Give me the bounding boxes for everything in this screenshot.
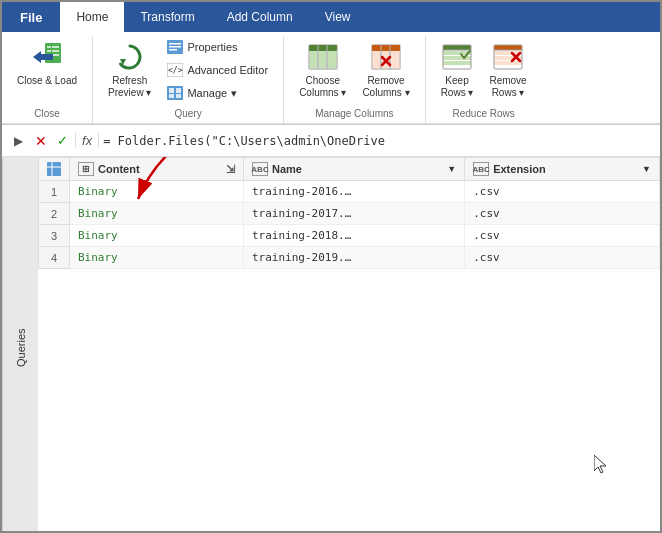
row-number: 2	[39, 203, 70, 225]
svg-rect-45	[494, 61, 522, 65]
content-expand-btn[interactable]: ⇲	[226, 163, 235, 176]
name-cell: training-2019.…	[244, 247, 465, 269]
data-table: ⊞ Content ⇲ ABC Name ▼	[38, 157, 660, 269]
refresh-icon	[114, 41, 146, 73]
name-type-icon: ABC	[252, 162, 268, 176]
reduce-rows-buttons: KeepRows ▾	[434, 36, 534, 104]
row-number: 4	[39, 247, 70, 269]
remove-columns-icon	[370, 41, 402, 73]
manage-label: Manage	[187, 87, 227, 99]
name-filter-btn[interactable]: ▼	[447, 164, 456, 174]
svg-rect-38	[443, 56, 471, 60]
query-group-buttons: RefreshPreview ▾ Properti	[101, 36, 275, 104]
svg-rect-12	[169, 49, 177, 51]
properties-button[interactable]: Properties	[160, 36, 275, 58]
keep-rows-button[interactable]: KeepRows ▾	[434, 36, 481, 102]
name-col-name: Name	[272, 163, 302, 175]
keep-rows-icon	[441, 41, 473, 73]
manage-columns-buttons: ChooseColumns ▾	[292, 36, 417, 104]
close-group-label: Close	[10, 104, 84, 123]
remove-columns-label: RemoveColumns ▾	[362, 75, 409, 99]
name-cell: training-2018.…	[244, 225, 465, 247]
row-number: 3	[39, 225, 70, 247]
queries-sidebar[interactable]: Queries	[2, 157, 38, 533]
choose-columns-icon	[307, 41, 339, 73]
formula-bar-cancel-button[interactable]: ✕	[32, 133, 50, 149]
ribbon: File Home Transform Add Column View	[2, 2, 660, 125]
advanced-editor-icon: </>	[167, 62, 183, 78]
choose-columns-label: ChooseColumns ▾	[299, 75, 346, 99]
extension-filter-btn[interactable]: ▼	[642, 164, 651, 174]
tab-transform[interactable]: Transform	[124, 2, 210, 32]
extension-col-name: Extension	[493, 163, 546, 175]
tab-file[interactable]: File	[2, 2, 60, 32]
manage-button[interactable]: Manage ▾	[160, 82, 275, 104]
extension-cell: .csv	[465, 225, 660, 247]
svg-rect-16	[169, 88, 174, 93]
content-cell: Binary	[70, 247, 244, 269]
svg-rect-24	[309, 45, 337, 51]
manage-columns-group-label: Manage Columns	[292, 104, 417, 123]
main-area: Queries	[2, 157, 660, 533]
manage-icon	[167, 85, 183, 101]
query-group-label: Query	[101, 104, 275, 123]
svg-rect-11	[169, 46, 181, 48]
name-cell: training-2016.…	[244, 181, 465, 203]
tab-add-column[interactable]: Add Column	[211, 2, 309, 32]
content-cell: Binary	[70, 181, 244, 203]
name-cell: training-2017.…	[244, 203, 465, 225]
extension-cell: .csv	[465, 247, 660, 269]
content-cell: Binary	[70, 203, 244, 225]
svg-rect-42	[494, 45, 522, 50]
svg-rect-50	[47, 162, 61, 176]
close-load-button[interactable]: Close & Load	[10, 36, 84, 90]
table-area: ⊞ Content ⇲ ABC Name ▼	[38, 157, 660, 533]
table-row: 2 Binary training-2017.… .csv	[39, 203, 660, 225]
content-type-icon: ⊞	[78, 162, 94, 176]
svg-text:</>: </>	[168, 66, 183, 75]
query-small-buttons: Properties </> Advanced Editor	[160, 36, 275, 104]
formula-bar-confirm-button[interactable]: ✓	[54, 133, 71, 148]
content-column-header[interactable]: ⊞ Content ⇲	[70, 158, 244, 181]
name-column-header[interactable]: ABC Name ▼	[244, 158, 465, 181]
properties-icon	[167, 39, 183, 55]
svg-rect-1	[47, 46, 51, 48]
svg-rect-31	[372, 45, 400, 51]
close-load-label: Close & Load	[17, 75, 77, 87]
svg-rect-2	[52, 46, 59, 48]
ribbon-group-reduce-rows: KeepRows ▾	[426, 36, 542, 123]
refresh-preview-button[interactable]: RefreshPreview ▾	[101, 36, 158, 102]
svg-rect-19	[176, 94, 181, 98]
advanced-editor-button[interactable]: </> Advanced Editor	[160, 59, 275, 81]
tab-view[interactable]: View	[309, 2, 367, 32]
svg-rect-4	[52, 50, 59, 52]
svg-rect-17	[176, 88, 181, 93]
refresh-preview-label: RefreshPreview ▾	[108, 75, 151, 99]
svg-rect-10	[169, 43, 181, 45]
formula-bar-content: = Folder.Files("C:\Users\admin\OneDrive	[103, 134, 654, 148]
advanced-editor-label: Advanced Editor	[187, 64, 268, 76]
table-icon	[47, 162, 61, 176]
remove-rows-button[interactable]: RemoveRows ▾	[482, 36, 533, 102]
properties-label: Properties	[187, 41, 237, 53]
close-load-icon	[31, 41, 63, 73]
close-group-buttons: Close & Load	[10, 36, 84, 104]
row-number: 1	[39, 181, 70, 203]
remove-columns-button[interactable]: RemoveColumns ▾	[355, 36, 416, 102]
extension-cell: .csv	[465, 203, 660, 225]
svg-rect-6	[52, 54, 59, 56]
row-number-header	[39, 158, 70, 181]
svg-rect-39	[443, 61, 471, 65]
extension-cell: .csv	[465, 181, 660, 203]
extension-type-icon: ABC	[473, 162, 489, 176]
tab-home[interactable]: Home	[60, 2, 124, 32]
manage-dropdown-arrow: ▾	[231, 87, 237, 100]
formula-bar-expand-button[interactable]: ▶	[8, 131, 28, 151]
choose-columns-button[interactable]: ChooseColumns ▾	[292, 36, 353, 102]
content-col-name: Content	[98, 163, 140, 175]
extension-column-header[interactable]: ABC Extension ▼	[465, 158, 660, 181]
remove-rows-icon	[492, 41, 524, 73]
svg-rect-18	[169, 94, 174, 98]
ribbon-content: Close & Load Close RefreshPreview ▾	[2, 32, 660, 124]
keep-rows-label: KeepRows ▾	[441, 75, 474, 99]
